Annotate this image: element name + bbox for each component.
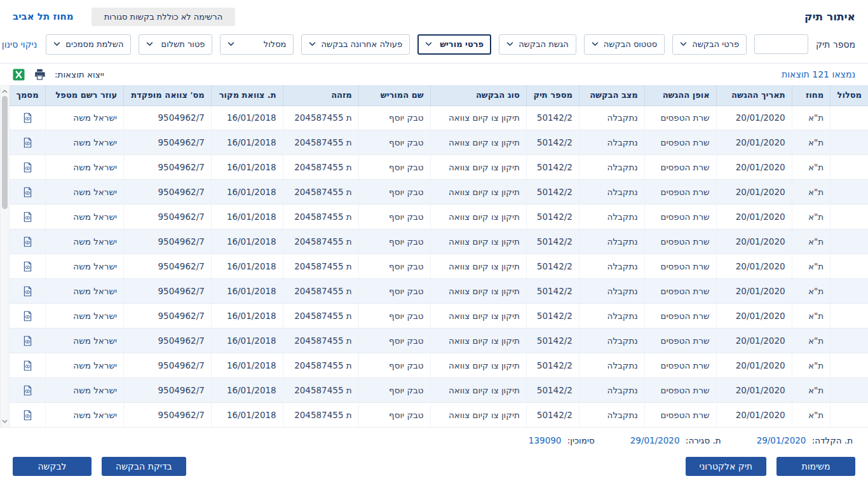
tasks-button[interactable]: משימות [776, 457, 855, 476]
table-cell: ישראל משה [46, 229, 124, 254]
table-cell: ת 204587455 [283, 254, 358, 279]
table-cell: 20/01/2020 [716, 205, 792, 229]
table-row[interactable]: ת"א20/01/2020שרת הטפסיםנתקבלה50142/2תיקו… [10, 254, 868, 279]
filter-dropdown-5[interactable]: פעולה אחרונה בבקשה [301, 34, 410, 55]
table-row[interactable]: ת"א20/01/2020שרת הטפסיםנתקבלה50142/2תיקו… [10, 229, 868, 254]
table-cell: שרת הטפסים [644, 105, 716, 130]
reference-label: סימוכין: [567, 435, 595, 445]
table-row[interactable]: ת"א20/01/2020שרת הטפסיםנתקבלה50142/2תיקו… [10, 130, 868, 155]
notice-badge: הרשימה לא כוללת בקשות סגורות [92, 8, 235, 26]
filter-dropdown-6[interactable]: מסלול [220, 34, 294, 55]
table-row[interactable]: ת"א20/01/2020שרת הטפסיםנתקבלה50142/2תיקו… [10, 402, 868, 427]
table-cell: שרת הטפסים [644, 279, 716, 304]
column-header[interactable]: סוג הבקשה [430, 85, 526, 105]
document-icon[interactable] [22, 261, 33, 272]
check-request-button[interactable]: בדיקת הבקשה [102, 457, 186, 476]
column-header[interactable]: שם המוריש [358, 85, 430, 105]
table-row[interactable]: ת"א20/01/2020שרת הטפסיםנתקבלה50142/2תיקו… [10, 304, 868, 329]
table-cell: ת 204587455 [283, 304, 358, 329]
topbar-left-group: הרשימה לא כוללת בקשות סגורות מחוז תל אבי… [13, 8, 235, 26]
document-icon[interactable] [22, 137, 33, 148]
column-header[interactable]: ת. צוואת מקור [211, 85, 283, 105]
table-row[interactable]: ת"א20/01/2020שרת הטפסיםנתקבלה50142/2תיקו… [10, 205, 868, 229]
chevron-down-icon [680, 42, 687, 46]
table-cell: טבק יוסף [358, 180, 430, 205]
entry-date-item: ת. הקלדה: 29/01/2020 [757, 435, 853, 445]
scroll-up-icon[interactable] [2, 88, 8, 95]
table-cell: 9504962/7 [124, 377, 212, 402]
print-icon[interactable] [34, 69, 46, 80]
document-icon[interactable] [22, 385, 33, 396]
table-cell [831, 402, 868, 427]
excel-export-icon[interactable] [13, 69, 25, 81]
district-link[interactable]: מחוז תל אביב [13, 11, 74, 22]
table-cell [831, 329, 868, 353]
document-icon[interactable] [22, 311, 33, 322]
table-row[interactable]: ת"א20/01/2020שרת הטפסיםנתקבלה50142/2תיקו… [10, 377, 868, 402]
table-row[interactable]: ת"א20/01/2020שרת הטפסיםנתקבלה50142/2תיקו… [10, 155, 868, 180]
document-icon[interactable] [22, 286, 33, 297]
column-header[interactable]: מצב הבקשה [579, 85, 644, 105]
table-cell: ישראל משה [46, 279, 124, 304]
table-row[interactable]: ת"א20/01/2020שרת הטפסיםנתקבלה50142/2תיקו… [10, 180, 868, 205]
table-cell: טבק יוסף [358, 105, 430, 130]
filter-dropdown-1[interactable]: פרטי הבקשה [672, 34, 747, 55]
table-row[interactable]: ת"א20/01/2020שרת הטפסיםנתקבלה50142/2תיקו… [10, 353, 868, 378]
document-icon[interactable] [22, 360, 33, 371]
table-cell: 16/01/2018 [211, 279, 283, 304]
filter-dropdown-8[interactable]: השלמת מסמכים [46, 34, 131, 55]
column-header[interactable]: מסמך [10, 85, 46, 105]
table-cell: 16/01/2018 [211, 130, 283, 155]
table-cell: תיקון צו קיום צוואה [430, 377, 526, 402]
table-row[interactable]: ת"א20/01/2020שרת הטפסיםנתקבלה50142/2תיקו… [10, 329, 868, 353]
filter-dropdown-7[interactable]: פטור תשלום [139, 34, 212, 55]
table-cell: ת"א [792, 377, 830, 402]
to-request-button[interactable]: לבקשה [13, 457, 92, 476]
table-cell: שרת הטפסים [644, 402, 716, 427]
chevron-down-icon [146, 42, 153, 46]
document-icon[interactable] [22, 336, 33, 346]
table-cell: 9504962/7 [124, 254, 212, 279]
column-header[interactable]: תאריך ההגשה [716, 85, 792, 105]
table-cell [831, 229, 868, 254]
filter-dropdown-2[interactable]: סטטוס הבקשה [584, 34, 665, 55]
table-cell: טבק יוסף [358, 155, 430, 180]
table-cell: 50142/2 [526, 205, 579, 229]
column-header[interactable]: עוזר רשם מטפל [46, 85, 124, 105]
table-cell: ישראל משה [46, 353, 124, 378]
document-cell [10, 402, 46, 427]
table-cell: שרת הטפסים [644, 254, 716, 279]
column-header[interactable]: מזהה [283, 85, 358, 105]
column-header[interactable]: אופן ההגשה [644, 85, 716, 105]
document-icon[interactable] [22, 187, 33, 198]
column-header[interactable]: מחוז [792, 85, 830, 105]
table-row[interactable]: ת"א20/01/2020שרת הטפסיםנתקבלה50142/2תיקו… [10, 105, 868, 130]
column-header[interactable]: מס' צוואה מופקדת [124, 85, 212, 105]
case-number-input[interactable] [754, 34, 808, 54]
column-header[interactable]: מסלול [831, 85, 868, 105]
document-icon[interactable] [22, 112, 33, 123]
table-cell: ת 204587455 [283, 180, 358, 205]
document-cell [10, 105, 46, 130]
document-icon[interactable] [22, 162, 33, 173]
filter-dropdown-3[interactable]: הגשת הבקשה [499, 34, 576, 55]
clear-filter-link[interactable]: ניקוי סינון [2, 39, 37, 50]
table-cell: 20/01/2020 [716, 180, 792, 205]
table-row[interactable]: ת"א20/01/2020שרת הטפסיםנתקבלה50142/2תיקו… [10, 279, 868, 304]
table-cell: תיקון צו קיום צוואה [430, 155, 526, 180]
table-cell: תיקון צו קיום צוואה [430, 130, 526, 155]
scrollbar-thumb[interactable] [2, 96, 8, 209]
vertical-scrollbar[interactable] [0, 85, 10, 428]
electronic-file-button[interactable]: תיק אלקטרוני [686, 457, 767, 476]
table-cell: ת"א [792, 155, 830, 180]
closing-date-item: ת. סגירה: 29/01/2020 [630, 435, 721, 445]
scroll-down-icon[interactable] [2, 418, 8, 424]
column-header[interactable]: מספר תיק [526, 85, 579, 105]
table-cell: נתקבלה [579, 205, 644, 229]
filter-dropdown-4[interactable]: פרטי מוריש [417, 34, 491, 55]
document-icon[interactable] [22, 212, 33, 222]
document-icon[interactable] [22, 410, 33, 421]
table-cell: טבק יוסף [358, 329, 430, 353]
document-icon[interactable] [22, 236, 33, 247]
table-cell: 16/01/2018 [211, 329, 283, 353]
